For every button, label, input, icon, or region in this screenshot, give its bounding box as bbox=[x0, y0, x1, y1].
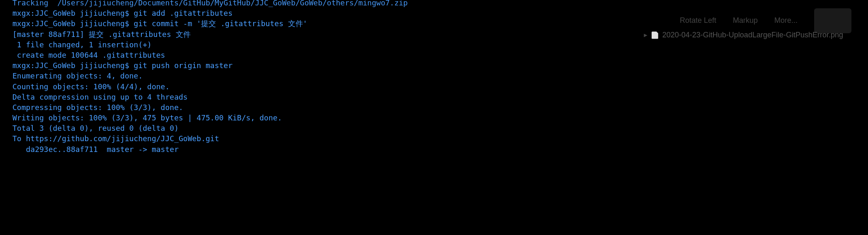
terminal-line: 1 file changed, 1 insertion(+) bbox=[12, 39, 860, 50]
terminal-line: Total 3 (delta 0), reused 0 (delta 0) bbox=[12, 123, 860, 133]
output-text: Enumerating objects: 4, done. bbox=[12, 71, 143, 80]
command-text: git push origin master bbox=[134, 61, 233, 70]
output-text: To https://github.com/jijiucheng/JJC_GoW… bbox=[12, 134, 219, 143]
terminal-line: da293ec..88af711 master -> master bbox=[12, 144, 860, 154]
output-text: Total 3 (delta 0), reused 0 (delta 0) bbox=[12, 124, 179, 132]
terminal-line-cut: Tracking /Users/jijiucheng/Documents/Git… bbox=[12, 0, 860, 8]
terminal-lines-container: mxgx:JJC_GoWeb jijiucheng$ git add .gita… bbox=[12, 8, 860, 154]
output-text: [master 88af711] 提交 .gitattributes 文件 bbox=[12, 30, 191, 39]
terminal-line: create mode 100644 .gitattributes bbox=[12, 50, 860, 60]
terminal-line: mxgx:JJC_GoWeb jijiucheng$ git commit -m… bbox=[12, 18, 860, 29]
command-text: git commit -m '提交 .gitattributes 文件' bbox=[134, 19, 308, 28]
output-text: Compressing objects: 100% (3/3), done. bbox=[12, 103, 183, 112]
terminal-window[interactable]: Tracking /Users/jijiucheng/Documents/Git… bbox=[0, 0, 868, 154]
output-text: create mode 100644 .gitattributes bbox=[12, 51, 165, 59]
terminal-line: mxgx:JJC_GoWeb jijiucheng$ git push orig… bbox=[12, 60, 860, 71]
terminal-line: Enumerating objects: 4, done. bbox=[12, 71, 860, 81]
terminal-line: Delta compression using up to 4 threads bbox=[12, 92, 860, 102]
command-text: git add .gitattributes bbox=[134, 9, 233, 17]
terminal-line: mxgx:JJC_GoWeb jijiucheng$ git add .gita… bbox=[12, 8, 860, 18]
terminal-line: [master 88af711] 提交 .gitattributes 文件 bbox=[12, 29, 860, 39]
terminal-line: Compressing objects: 100% (3/3), done. bbox=[12, 102, 860, 113]
output-text: 1 file changed, 1 insertion(+) bbox=[12, 40, 152, 49]
terminal-line: To https://github.com/jijiucheng/JJC_GoW… bbox=[12, 133, 860, 144]
output-text: Delta compression using up to 4 threads bbox=[12, 93, 188, 101]
terminal-line: Writing objects: 100% (3/3), 475 bytes |… bbox=[12, 113, 860, 123]
output-text: Writing objects: 100% (3/3), 475 bytes |… bbox=[12, 113, 282, 122]
terminal-line: Counting objects: 100% (4/4), done. bbox=[12, 81, 860, 92]
output-text: Counting objects: 100% (4/4), done. bbox=[12, 82, 170, 91]
output-text: da293ec..88af711 master -> master bbox=[12, 145, 179, 154]
prompt-text: mxgx:JJC_GoWeb jijiucheng$ bbox=[12, 19, 134, 28]
prompt-text: mxgx:JJC_GoWeb jijiucheng$ bbox=[12, 61, 134, 70]
prompt-text: mxgx:JJC_GoWeb jijiucheng$ bbox=[12, 9, 134, 17]
